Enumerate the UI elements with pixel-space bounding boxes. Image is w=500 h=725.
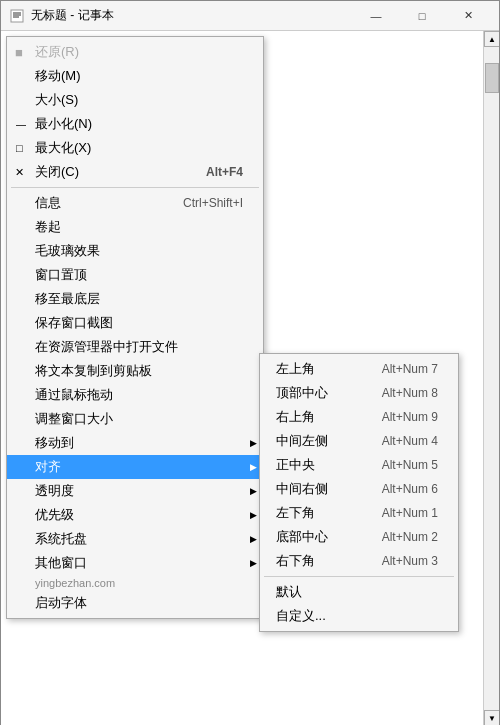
menu-item-roll[interactable]: 卷起 (7, 215, 263, 239)
menu-item-info[interactable]: 信息 Ctrl+Shift+I (7, 191, 263, 215)
align-arrow-icon: ▶ (250, 462, 257, 472)
menu-item-start-font[interactable]: 启动字体 (7, 591, 263, 615)
svg-rect-0 (11, 10, 23, 22)
systray-arrow-icon: ▶ (250, 534, 257, 544)
menu-item-bottom-layer[interactable]: 移至最底层 (7, 287, 263, 311)
submenu-item-customize[interactable]: 自定义... (260, 604, 458, 628)
menu-item-restore[interactable]: ■ 还原(R) (7, 40, 263, 64)
menu-item-align[interactable]: 对齐 ▶ (7, 455, 263, 479)
submenu-item-top-center[interactable]: 顶部中心 Alt+Num 8 (260, 381, 458, 405)
menu-item-open-in-explorer[interactable]: 在资源管理器中打开文件 (7, 335, 263, 359)
menu-item-copy-text[interactable]: 将文本复制到剪贴板 (7, 359, 263, 383)
other-windows-arrow-icon: ▶ (250, 558, 257, 568)
menu-item-save-screenshot[interactable]: 保存窗口截图 (7, 311, 263, 335)
maximize-bullet-icon: □ (16, 142, 23, 154)
align-submenu: 左上角 Alt+Num 7 顶部中心 Alt+Num 8 右上角 Alt+Num… (259, 353, 459, 632)
menu-item-move[interactable]: 移动(M) (7, 64, 263, 88)
main-window: 无标题 - 记事本 — □ ✕ ▲ ▼ ■ 还原(R) (0, 0, 500, 725)
restore-check-icon: ■ (15, 45, 23, 60)
menu-item-other-windows[interactable]: 其他窗口 ▶ (7, 551, 263, 575)
submenu-item-center[interactable]: 正中央 Alt+Num 5 (260, 453, 458, 477)
menu-item-close[interactable]: ✕ 关闭(C) Alt+F4 (7, 160, 263, 184)
menu-item-priority[interactable]: 优先级 ▶ (7, 503, 263, 527)
maximize-button[interactable]: □ (399, 1, 445, 31)
menu-item-resize[interactable]: 调整窗口大小 (7, 407, 263, 431)
menu-item-move-to[interactable]: 移动到 ▶ (7, 431, 263, 455)
menu-item-maximize[interactable]: □ 最大化(X) (7, 136, 263, 160)
close-button[interactable]: ✕ (445, 1, 491, 31)
menu-item-blur[interactable]: 毛玻璃效果 (7, 239, 263, 263)
titlebar-buttons: — □ ✕ (353, 1, 491, 31)
minimize-button[interactable]: — (353, 1, 399, 31)
submenu-item-default[interactable]: 默认 (260, 580, 458, 604)
context-menu: ■ 还原(R) 移动(M) 大小(S) — 最小化(N) (6, 36, 264, 619)
titlebar: 无标题 - 记事本 — □ ✕ (1, 1, 499, 31)
window-title: 无标题 - 记事本 (31, 7, 353, 24)
menu-item-minimize[interactable]: — 最小化(N) (7, 112, 263, 136)
menu-item-opacity[interactable]: 透明度 ▶ (7, 479, 263, 503)
menu-item-drag-move[interactable]: 通过鼠标拖动 (7, 383, 263, 407)
opacity-arrow-icon: ▶ (250, 486, 257, 496)
move-to-arrow-icon: ▶ (250, 438, 257, 448)
separator-1 (11, 187, 259, 188)
watermark-in-menu: yingbezhan.com (7, 575, 263, 591)
submenu-item-middle-right[interactable]: 中间右侧 Alt+Num 6 (260, 477, 458, 501)
menu-item-systray[interactable]: 系统托盘 ▶ (7, 527, 263, 551)
context-menu-overlay: ■ 还原(R) 移动(M) 大小(S) — 最小化(N) (1, 31, 499, 725)
priority-arrow-icon: ▶ (250, 510, 257, 520)
submenu-item-bottom-center[interactable]: 底部中心 Alt+Num 2 (260, 525, 458, 549)
submenu-item-top-right[interactable]: 右上角 Alt+Num 9 (260, 405, 458, 429)
app-icon (9, 8, 25, 24)
menu-item-window-props[interactable]: 窗口置顶 (7, 263, 263, 287)
submenu-item-middle-left[interactable]: 中间左侧 Alt+Num 4 (260, 429, 458, 453)
submenu-item-bottom-right[interactable]: 右下角 Alt+Num 3 (260, 549, 458, 573)
submenu-item-bottom-left[interactable]: 左下角 Alt+Num 1 (260, 501, 458, 525)
submenu-item-top-left[interactable]: 左上角 Alt+Num 7 (260, 357, 458, 381)
menu-item-size[interactable]: 大小(S) (7, 88, 263, 112)
content-area: ▲ ▼ ■ 还原(R) 移动(M) 大小(S) (1, 31, 499, 725)
submenu-separator (264, 576, 454, 577)
close-check-icon: ✕ (15, 166, 24, 179)
minimize-bullet-icon: — (16, 119, 26, 130)
